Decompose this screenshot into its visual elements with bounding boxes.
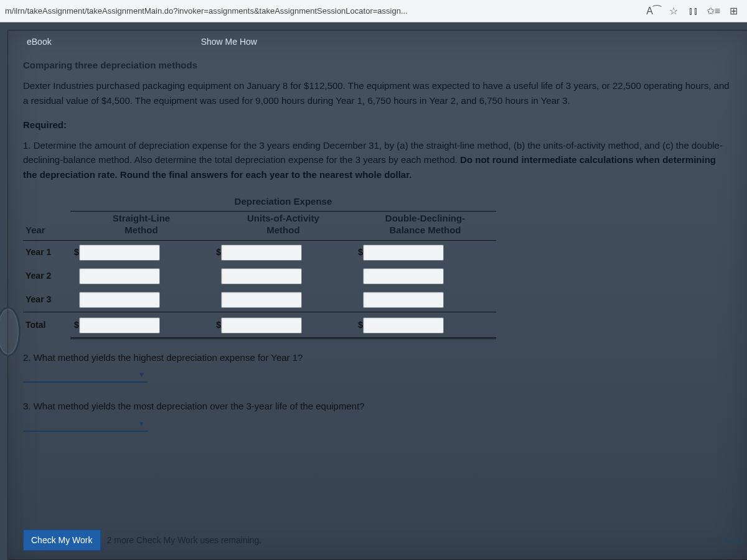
- question-2: 2. What method yields the highest deprec…: [23, 350, 732, 365]
- read-aloud-icon[interactable]: A⁀: [645, 2, 662, 20]
- assignment-panel: eBook Show Me How Comparing three deprec…: [7, 30, 747, 560]
- dropdown-q2[interactable]: ▼: [23, 368, 148, 383]
- dropdown-q3[interactable]: ▼: [23, 418, 148, 432]
- dollar-sign: $: [215, 246, 221, 259]
- input-sl-year1[interactable]: [79, 245, 160, 261]
- row-year3-label: Year 3: [23, 288, 70, 312]
- problem-scenario: Dexter Industries purchased packaging eq…: [23, 78, 732, 108]
- required-label: Required:: [23, 118, 732, 132]
- problem-body: Comparing three depreciation methods Dex…: [8, 55, 747, 432]
- footer-bar: Check My Work 2 more Check My Work uses …: [23, 530, 747, 551]
- dollar-sign: $: [215, 319, 221, 332]
- chevron-down-icon: ▼: [138, 419, 145, 429]
- next-button[interactable]: Next: [724, 535, 743, 546]
- check-remaining-text: 2 more Check My Work uses remaining.: [107, 535, 262, 545]
- input-ua-total[interactable]: [221, 317, 302, 334]
- row-year1-label: Year 1: [23, 240, 70, 264]
- resource-links: eBook Show Me How: [8, 30, 747, 55]
- input-ua-year3[interactable]: [221, 292, 302, 308]
- dollar-sign: $: [357, 319, 363, 332]
- row-total-label: Total: [23, 312, 70, 338]
- collections-icon[interactable]: ✩≡: [705, 2, 722, 20]
- question-3: 3. What method yields the most depreciat…: [23, 399, 732, 413]
- input-dd-year3[interactable]: [363, 292, 444, 308]
- favorite-star-icon[interactable]: ☆: [665, 2, 682, 20]
- input-sl-year2[interactable]: [79, 268, 160, 284]
- requirement-1: 1. Determine the amount of depreciation …: [23, 138, 732, 182]
- table-group-header: Depreciation Expense: [70, 192, 496, 212]
- row-year2-label: Year 2: [23, 264, 70, 288]
- input-ua-year2[interactable]: [221, 268, 302, 284]
- dollar-sign: $: [357, 246, 363, 259]
- split-screen-icon[interactable]: ⫿⫿: [685, 2, 702, 20]
- check-my-work-button[interactable]: Check My Work: [23, 530, 101, 551]
- dollar-sign: $: [73, 246, 79, 259]
- dollar-sign: $: [73, 319, 79, 332]
- input-dd-year1[interactable]: [363, 245, 444, 261]
- chevron-down-icon: ▼: [138, 370, 145, 380]
- input-dd-total[interactable]: [363, 317, 444, 334]
- show-me-how-link[interactable]: Show Me How: [201, 37, 257, 47]
- url-bar: m/ilrn/takeAssignment/takeAssignmentMain…: [5, 6, 642, 16]
- problem-title: Comparing three depreciation methods: [23, 58, 732, 72]
- input-ua-year1[interactable]: [221, 245, 302, 261]
- input-sl-total[interactable]: [79, 317, 160, 334]
- col-year: Year: [23, 212, 70, 241]
- ebook-link[interactable]: eBook: [27, 37, 52, 47]
- depreciation-table: Depreciation Expense Year Straight-LineM…: [23, 192, 496, 339]
- col-straight-line: Straight-LineMethod: [70, 212, 212, 241]
- col-double-declining: Double-Declining-Balance Method: [354, 212, 496, 241]
- app-icon[interactable]: ⊞: [725, 2, 742, 20]
- input-dd-year2[interactable]: [363, 268, 444, 284]
- input-sl-year3[interactable]: [79, 292, 160, 308]
- col-units-activity: Units-of-ActivityMethod: [212, 212, 354, 241]
- browser-chrome: m/ilrn/takeAssignment/takeAssignmentMain…: [0, 0, 747, 22]
